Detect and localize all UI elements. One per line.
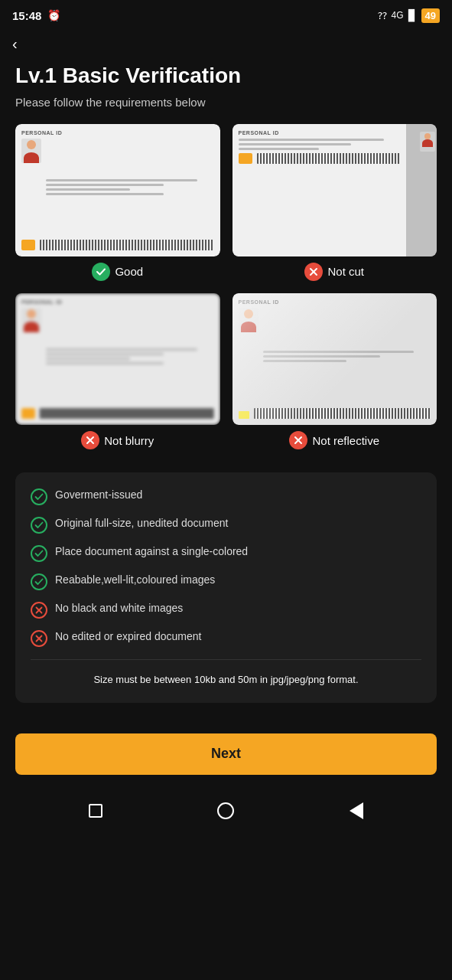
nav-home-button[interactable] [214, 799, 237, 822]
id-card-reflective: PERSONAL ID [233, 293, 437, 426]
id-card-cut: PERSONAL ID [233, 124, 437, 256]
req-readable-icon [31, 573, 47, 590]
req-no-edited-icon [31, 630, 47, 647]
back-arrow-icon: ‹ [12, 35, 18, 53]
example-not-blurry: PERSONAL ID [15, 293, 220, 450]
req-no-edited-text: No edited or expired document [55, 629, 201, 645]
nav-recents-button[interactable] [84, 799, 107, 822]
nav-square-icon [89, 804, 102, 818]
req-original-icon [31, 517, 47, 534]
page-title: Lv.1 Basic Verification [0, 57, 452, 93]
example-good: PERSONAL ID [15, 124, 220, 281]
not-blurry-label: Not blurry [81, 431, 154, 449]
req-single-color-icon [31, 545, 47, 562]
bottom-nav [0, 787, 452, 838]
alarm-icon: ⏰ [47, 9, 60, 21]
example-not-reflective: PERSONAL ID [233, 293, 437, 450]
req-single-color: Place document against a single-colored [31, 544, 421, 562]
req-original: Original full-size, unedited document [31, 516, 421, 534]
not-cut-cross-icon [304, 263, 323, 281]
not-reflective-label: Not reflective [289, 431, 379, 449]
req-gov-icon [31, 488, 47, 505]
status-time: 15:48 [12, 9, 41, 22]
not-cut-text: Not cut [327, 265, 364, 278]
good-label: Good [92, 263, 143, 281]
req-divider [31, 659, 421, 660]
good-text: Good [115, 265, 143, 278]
requirements-box: Goverment-issued Original full-size, une… [15, 472, 437, 703]
req-no-bw: No black and white images [31, 601, 421, 619]
not-reflective-cross-icon [289, 431, 307, 449]
back-button[interactable]: ‹ [0, 28, 452, 57]
not-blurry-cross-icon [81, 431, 99, 449]
not-blurry-text: Not blurry [104, 434, 154, 447]
nav-circle-icon [217, 802, 234, 819]
req-readable-text: Reabable,well-lit,coloured images [55, 573, 215, 588]
req-no-edited: No edited or expired document [31, 629, 421, 647]
battery-icon: 49 [421, 8, 440, 23]
signal-icon: ▊ [408, 9, 417, 21]
example-not-cut: PERSONAL ID [233, 124, 437, 281]
good-check-icon [92, 263, 110, 281]
4g-icon: 4G [392, 10, 404, 21]
req-no-bw-text: No black and white images [55, 601, 183, 616]
id-card-good: PERSONAL ID [15, 124, 220, 256]
req-single-color-text: Place document against a single-colored [55, 544, 248, 560]
status-bar: 15:48 ⏰ ⁇ 4G ▊ 49 [0, 0, 452, 28]
nav-back-button[interactable] [345, 799, 368, 822]
not-reflective-text: Not reflective [312, 434, 379, 447]
bluetooth-icon: ⁇ [378, 10, 387, 21]
not-cut-label: Not cut [304, 263, 364, 281]
status-icons: ⁇ 4G ▊ 49 [378, 8, 440, 23]
page-subtitle: Please follow the requirements below [0, 93, 452, 124]
next-button[interactable]: Next [15, 733, 437, 775]
req-gov-issued: Goverment-issued [31, 488, 421, 505]
req-readable: Reabable,well-lit,coloured images [31, 573, 421, 590]
req-original-text: Original full-size, unedited document [55, 516, 228, 531]
req-no-bw-icon [31, 602, 47, 619]
id-card-blurry: PERSONAL ID [15, 293, 220, 426]
next-button-wrapper: Next [0, 718, 452, 787]
nav-triangle-icon [350, 802, 363, 819]
examples-grid: PERSONAL ID [0, 124, 452, 465]
req-size-note: Size must be between 10kb and 50m in jpg… [31, 672, 421, 688]
req-gov-text: Goverment-issued [55, 488, 142, 503]
